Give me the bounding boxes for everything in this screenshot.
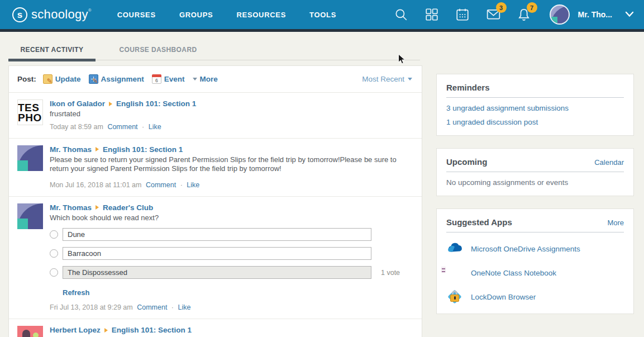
- comment-link[interactable]: Comment: [107, 123, 137, 131]
- post-assignment-button[interactable]: ✎ Assignment: [89, 74, 144, 84]
- caret-down-icon: [193, 78, 197, 80]
- post-date: Today at 8:59 am: [50, 123, 103, 131]
- tab-bar: RECENT ACTIVITY COURSE DASHBOARD: [8, 40, 420, 60]
- breadcrumb-arrow-icon: [96, 205, 99, 210]
- menu-tools[interactable]: TOOLS: [309, 11, 336, 19]
- post-update-button[interactable]: ✎ Update: [43, 74, 81, 84]
- registered-mark: ®: [88, 8, 92, 13]
- notifications-icon[interactable]: 7: [517, 7, 531, 22]
- update-icon: ✎: [43, 74, 53, 84]
- radio-button[interactable]: [50, 268, 58, 277]
- tab-course-dashboard[interactable]: COURSE DASHBOARD: [115, 40, 202, 60]
- feed-panel: Post: ✎ Update ✎ Assignment 6 Event More…: [8, 65, 422, 337]
- poll-option-row: Barracoon: [50, 247, 413, 260]
- upcoming-card: Upcoming Calendar No upcoming assignment…: [436, 148, 634, 196]
- upcoming-empty-text: No upcoming assignments or events: [446, 178, 624, 187]
- feed-item-ikon: TESPHO Ikon of Galador English 101: Sect…: [9, 93, 422, 139]
- post-more-button[interactable]: More: [193, 75, 218, 83]
- sort-dropdown[interactable]: Most Recent: [362, 75, 412, 83]
- avatar-mr-thomas[interactable]: [17, 145, 43, 171]
- chevron-down-icon[interactable]: [625, 10, 634, 20]
- ungraded-assignments-link[interactable]: 3 ungraded assignment submissions: [446, 104, 624, 112]
- suggested-apps-card: Suggested Apps More Microsoft OneDrive A…: [436, 208, 634, 314]
- more-apps-link[interactable]: More: [607, 219, 624, 227]
- calendar-icon[interactable]: [455, 7, 470, 22]
- menu-resources[interactable]: RESOURCES: [236, 11, 286, 19]
- vote-count: 1 vote: [381, 269, 400, 277]
- breadcrumb-arrow-icon: [109, 102, 112, 106]
- right-sidebar: Reminders 3 ungraded assignment submissi…: [436, 74, 634, 326]
- search-icon[interactable]: [394, 7, 408, 22]
- menu-courses[interactable]: COURSES: [117, 11, 156, 19]
- feed-item-thomas-update: Mr. Thomas English 101: Section 1 Please…: [9, 139, 422, 197]
- caret-down-icon: [408, 78, 412, 80]
- author-link[interactable]: Mr. Thomas: [50, 145, 92, 154]
- poll-refresh-link[interactable]: Refresh: [63, 288, 89, 297]
- post-body: Please be sure to return your signed Par…: [50, 155, 413, 174]
- messages-icon[interactable]: 3: [486, 7, 500, 22]
- lockdown-browser-icon: [446, 289, 463, 305]
- like-link[interactable]: Like: [187, 181, 199, 189]
- like-link[interactable]: Like: [149, 123, 161, 131]
- menu-groups[interactable]: GROUPS: [179, 11, 213, 19]
- feed-item-herbert: Herbert Lopez English 101: Section 1 My …: [9, 319, 422, 337]
- radio-button[interactable]: [50, 249, 58, 258]
- breadcrumb-arrow-icon: [96, 147, 99, 151]
- feed-item-thomas-poll: Mr. Thomas Reader's Club Which book shou…: [9, 197, 422, 320]
- post-date: Fri Jul 13, 2018 at 9:29 am: [50, 303, 133, 311]
- post-label: Post:: [17, 75, 36, 83]
- schoology-s-icon: s: [12, 7, 27, 22]
- post-body: frusrtated: [50, 110, 413, 119]
- apps-grid-icon[interactable]: [424, 7, 439, 22]
- messages-badge: 3: [496, 2, 507, 13]
- radio-button[interactable]: [50, 230, 58, 239]
- poll-option[interactable]: Dune: [63, 228, 371, 241]
- course-link[interactable]: English 101: Section 1: [112, 326, 192, 334]
- breadcrumb-arrow-icon: [104, 328, 108, 333]
- notifications-badge: 7: [527, 2, 537, 13]
- group-link[interactable]: Reader's Club: [103, 203, 153, 212]
- poll-question: Which book should we read next?: [50, 213, 413, 223]
- author-link[interactable]: Mr. Thomas: [50, 203, 92, 212]
- comment-link[interactable]: Comment: [137, 303, 167, 311]
- author-link[interactable]: Herbert Lopez: [50, 326, 101, 334]
- assignment-icon: ✎: [89, 74, 98, 84]
- poll-option-row: The Dispossessed 1 vote: [50, 266, 413, 279]
- avatar-mr-thomas[interactable]: [17, 203, 43, 229]
- poll-option[interactable]: Barracoon: [63, 247, 371, 260]
- poll-option-row: Dune: [50, 228, 413, 241]
- navbar-bottom-strip: [0, 29, 644, 32]
- schoology-logo[interactable]: s schoology ®: [12, 6, 92, 23]
- onedrive-icon: [446, 241, 463, 257]
- top-navbar: s schoology ® COURSES GROUPS RESOURCES T…: [0, 0, 644, 29]
- brand-name: schoology: [31, 6, 88, 23]
- reminders-card: Reminders 3 ungraded assignment submissi…: [436, 74, 634, 136]
- upcoming-title: Upcoming: [446, 157, 487, 167]
- avatar-herbert-lopez[interactable]: [17, 326, 43, 337]
- course-link[interactable]: English 101: Section 1: [103, 145, 183, 154]
- calendar-link[interactable]: Calendar: [594, 158, 624, 167]
- suggested-apps-title: Suggested Apps: [446, 217, 512, 227]
- like-link[interactable]: Like: [178, 303, 191, 311]
- reminders-title: Reminders: [446, 83, 490, 92]
- tab-recent-activity[interactable]: RECENT ACTIVITY: [8, 40, 96, 61]
- poll: Dune Barracoon The Dispossessed 1 vote R…: [50, 228, 413, 298]
- comment-link[interactable]: Comment: [146, 181, 176, 189]
- user-name[interactable]: Mr. Tho...: [578, 10, 612, 19]
- ungraded-discussions-link[interactable]: 1 ungraded discussion post: [446, 118, 624, 126]
- course-link[interactable]: English 101: Section 1: [116, 99, 196, 108]
- author-link[interactable]: Ikon of Galador: [50, 99, 105, 108]
- app-onedrive[interactable]: Microsoft OneDrive Assignments: [446, 241, 624, 257]
- main-menu: COURSES GROUPS RESOURCES TOOLS: [117, 11, 336, 19]
- poll-option[interactable]: The Dispossessed: [63, 266, 371, 279]
- onenote-icon: N: [446, 265, 463, 281]
- app-lockdown[interactable]: LockDown Browser: [446, 289, 624, 305]
- user-avatar[interactable]: [550, 4, 570, 25]
- post-bar: Post: ✎ Update ✎ Assignment 6 Event More…: [9, 66, 422, 93]
- event-icon: 6: [152, 74, 161, 84]
- app-onenote[interactable]: N OneNote Class Notebook: [446, 265, 624, 281]
- post-event-button[interactable]: 6 Event: [152, 74, 185, 84]
- post-date: Mon Jul 16, 2018 at 11:01 am: [50, 181, 141, 189]
- avatar-test-photo[interactable]: TESPHO: [17, 99, 43, 125]
